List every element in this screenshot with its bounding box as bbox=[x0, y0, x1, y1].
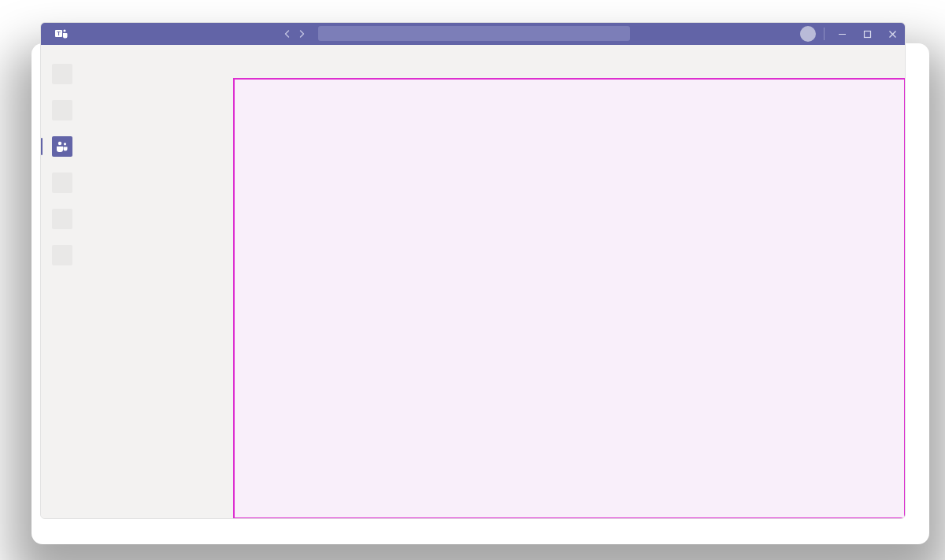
chevron-right-icon bbox=[298, 30, 306, 38]
svg-point-8 bbox=[64, 143, 66, 145]
rail-item-4[interactable] bbox=[52, 172, 72, 193]
close-button[interactable] bbox=[880, 23, 905, 45]
maximize-icon bbox=[863, 30, 872, 39]
title-bar: T bbox=[41, 23, 905, 45]
maximize-button[interactable] bbox=[854, 23, 880, 45]
chevron-left-icon bbox=[284, 30, 291, 38]
content-highlight-region bbox=[233, 78, 906, 519]
nav-forward-button[interactable] bbox=[298, 30, 306, 38]
minimize-icon bbox=[838, 30, 847, 39]
rail-item-5[interactable] bbox=[52, 209, 72, 229]
app-window: T bbox=[40, 22, 906, 519]
svg-point-7 bbox=[58, 142, 61, 145]
rail-item-1[interactable] bbox=[52, 64, 72, 84]
teams-logo-icon: T bbox=[55, 28, 68, 40]
svg-text:T: T bbox=[57, 30, 61, 37]
rail-item-teams[interactable] bbox=[52, 136, 72, 157]
nav-back-button[interactable] bbox=[284, 30, 291, 38]
divider bbox=[824, 28, 825, 40]
close-icon bbox=[888, 30, 897, 39]
svg-point-2 bbox=[63, 29, 65, 32]
left-rail bbox=[41, 45, 83, 518]
rail-item-6[interactable] bbox=[52, 245, 72, 265]
svg-rect-4 bbox=[864, 31, 870, 37]
main-content bbox=[233, 45, 905, 518]
user-avatar[interactable] bbox=[800, 26, 816, 42]
rail-item-2[interactable] bbox=[52, 100, 72, 121]
teams-icon bbox=[56, 141, 69, 152]
search-input[interactable] bbox=[318, 26, 630, 41]
secondary-sidebar bbox=[83, 45, 233, 518]
app-logo: T bbox=[50, 23, 72, 45]
minimize-button[interactable] bbox=[829, 23, 854, 45]
